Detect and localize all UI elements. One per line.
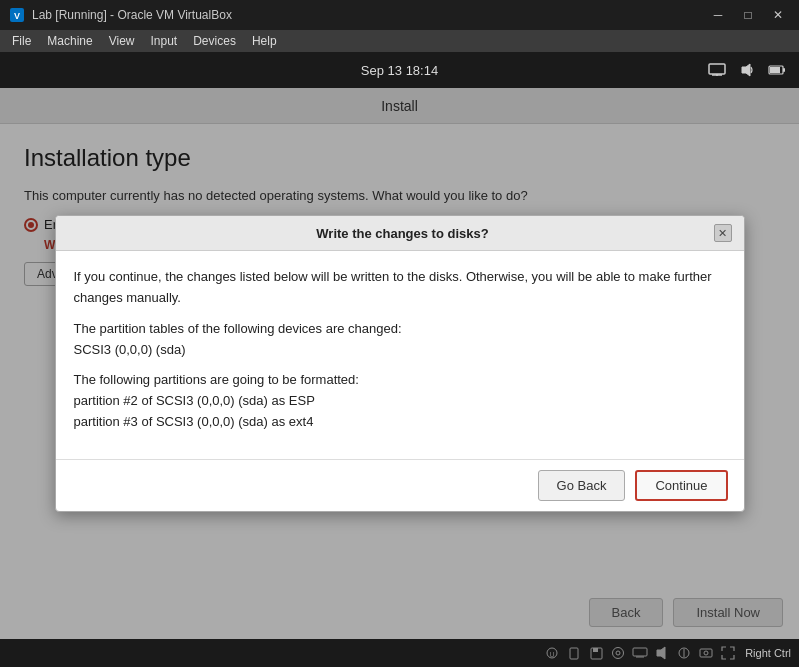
menu-file[interactable]: File <box>4 32 39 50</box>
svg-text:U: U <box>550 651 555 658</box>
window-title: Lab [Running] - Oracle VM VirtualBox <box>32 8 705 22</box>
fullscreen-icon <box>719 644 737 662</box>
minimize-button[interactable]: ─ <box>705 5 731 25</box>
dialog-close-button[interactable]: ✕ <box>714 224 732 242</box>
network2-icon <box>631 644 649 662</box>
vm-topbar: Sep 13 18:14 <box>0 52 799 88</box>
svg-text:V: V <box>14 11 20 21</box>
dialog-body-line1: If you continue, the changes listed belo… <box>74 267 726 309</box>
dialog-partition-ext4: partition #3 of SCSI3 (0,0,0) (sda) as e… <box>74 414 314 429</box>
maximize-button[interactable]: □ <box>735 5 761 25</box>
dialog-partition-tables-label: The partition tables of the following de… <box>74 321 402 336</box>
svg-rect-11 <box>570 648 578 659</box>
dialog-header: Write the changes to disks? ✕ <box>56 216 744 251</box>
go-back-button[interactable]: Go Back <box>538 470 626 501</box>
vm-datetime: Sep 13 18:14 <box>361 63 438 78</box>
dialog-title: Write the changes to disks? <box>92 226 714 241</box>
svg-point-22 <box>704 651 708 655</box>
app-logo: V <box>8 6 26 24</box>
menu-bar: File Machine View Input Devices Help <box>0 30 799 52</box>
svg-rect-13 <box>593 648 598 652</box>
svg-rect-2 <box>709 64 725 74</box>
audio-icon <box>737 60 757 80</box>
menu-view[interactable]: View <box>101 32 143 50</box>
continue-button[interactable]: Continue <box>635 470 727 501</box>
dialog-partition-esp: partition #2 of SCSI3 (0,0,0) (sda) as E… <box>74 393 315 408</box>
menu-machine[interactable]: Machine <box>39 32 100 50</box>
sd-icon <box>565 644 583 662</box>
dialog-footer: Go Back Continue <box>56 459 744 511</box>
svg-rect-21 <box>700 649 712 657</box>
battery-icon <box>767 60 787 80</box>
audio2-icon <box>653 644 671 662</box>
dialog-body-line2-3: The partition tables of the following de… <box>74 319 726 361</box>
menu-help[interactable]: Help <box>244 32 285 50</box>
svg-rect-8 <box>783 68 785 72</box>
dialog-body: If you continue, the changes listed belo… <box>56 251 744 459</box>
dialog-body-line4-6: The following partitions are going to be… <box>74 370 726 432</box>
menu-input[interactable]: Input <box>143 32 186 50</box>
dialog-partitions-formatted-label: The following partitions are going to be… <box>74 372 359 387</box>
svg-marker-5 <box>742 64 750 76</box>
vm-content: Install Installation type This computer … <box>0 88 799 639</box>
title-bar: V Lab [Running] - Oracle VM VirtualBox ─… <box>0 0 799 30</box>
usb2-icon <box>675 644 693 662</box>
dialog-overlay: Write the changes to disks? ✕ If you con… <box>0 88 799 639</box>
close-button[interactable]: ✕ <box>765 5 791 25</box>
right-ctrl-label: Right Ctrl <box>745 647 791 659</box>
vm-bottombar: U <box>0 639 799 667</box>
floppy-icon <box>587 644 605 662</box>
dialog-device-label: SCSI3 (0,0,0) (sda) <box>74 342 186 357</box>
usb-icon: U <box>543 644 561 662</box>
window-controls: ─ □ ✕ <box>705 5 791 25</box>
capture-icon <box>697 644 715 662</box>
svg-point-15 <box>616 651 620 655</box>
cd-icon <box>609 644 627 662</box>
svg-point-14 <box>613 648 624 659</box>
svg-rect-7 <box>770 67 780 73</box>
menu-devices[interactable]: Devices <box>185 32 244 50</box>
svg-marker-18 <box>657 647 665 659</box>
write-changes-dialog: Write the changes to disks? ✕ If you con… <box>55 215 745 512</box>
network-icon <box>707 60 727 80</box>
svg-rect-16 <box>633 648 647 656</box>
vm-status-icons <box>707 60 787 80</box>
